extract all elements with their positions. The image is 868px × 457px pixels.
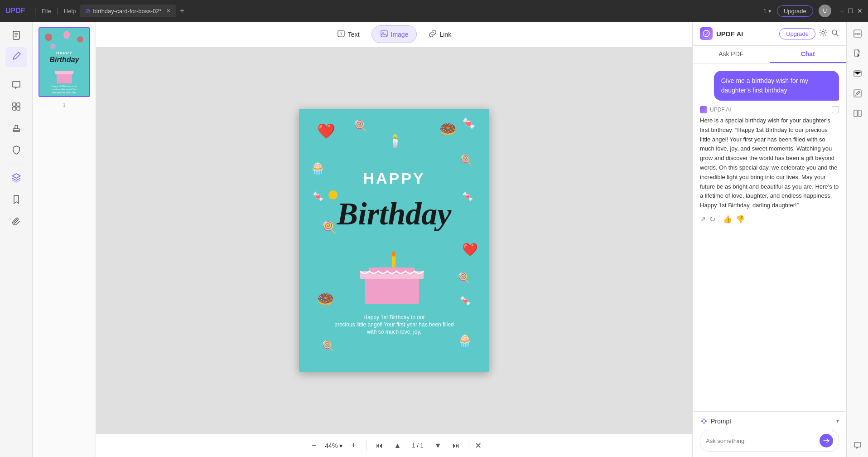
prompt-selector[interactable]: Prompt ▾ bbox=[700, 417, 839, 425]
first-page-button[interactable]: ⏮ bbox=[372, 438, 386, 453]
close-button[interactable]: ✕ bbox=[857, 7, 863, 15]
edit-toolbar: T Text Image Link bbox=[96, 22, 692, 47]
svg-rect-5 bbox=[17, 103, 20, 106]
ai-response-container: UPDF AI Here is a special birthday wish … bbox=[700, 106, 839, 224]
image-tool-button[interactable]: Image bbox=[371, 25, 417, 43]
page-nav: 1 ▾ bbox=[763, 8, 772, 15]
tab-bar: ⊘ birthday-card-for-boss-02* ✕ + bbox=[80, 5, 185, 17]
sidebar-item-layers[interactable] bbox=[5, 168, 27, 188]
close-bottom-button[interactable]: ✕ bbox=[475, 441, 482, 451]
prev-page-button[interactable]: ▲ bbox=[390, 438, 405, 453]
svg-text:HAPPY: HAPPY bbox=[56, 51, 72, 55]
thumbnail-panel: HAPPY Birthday Happy 1st Birthday to our… bbox=[33, 22, 96, 457]
ai-response-text: Here is a special birthday wish for your… bbox=[700, 116, 839, 210]
svg-text:🍩: 🍩 bbox=[317, 291, 334, 307]
link-tool-button[interactable]: Link bbox=[420, 26, 459, 43]
sidebar-item-attachment[interactable] bbox=[5, 211, 27, 231]
svg-rect-67 bbox=[854, 90, 861, 97]
zoom-in-button[interactable]: + bbox=[346, 438, 361, 453]
svg-text:Happy 1st Birthday to our: Happy 1st Birthday to our bbox=[51, 85, 77, 88]
mail-icon-btn[interactable] bbox=[849, 65, 866, 82]
svg-text:🍩: 🍩 bbox=[439, 121, 457, 137]
next-page-button[interactable]: ▼ bbox=[431, 438, 445, 453]
svg-text:🍭: 🍭 bbox=[322, 340, 334, 352]
main-area: HAPPY Birthday Happy 1st Birthday to our… bbox=[0, 22, 868, 457]
chat-icon-btn[interactable] bbox=[849, 437, 866, 453]
upgrade-button-top[interactable]: Upgrade bbox=[777, 5, 813, 17]
ai-upgrade-button[interactable]: Upgrade bbox=[779, 28, 815, 39]
svg-text:HAPPY: HAPPY bbox=[363, 170, 425, 187]
svg-text:🕯️: 🕯️ bbox=[387, 133, 403, 148]
dislike-button[interactable]: 👎 bbox=[736, 215, 745, 224]
export-icon-btn[interactable] bbox=[849, 45, 866, 62]
prompt-chevron-icon: ▾ bbox=[836, 418, 839, 424]
svg-rect-69 bbox=[858, 110, 861, 117]
file-menu[interactable]: File bbox=[42, 8, 51, 15]
ai-title: UPDF AI bbox=[716, 30, 743, 38]
svg-text:🧁: 🧁 bbox=[310, 161, 325, 175]
like-button[interactable]: 👍 bbox=[723, 215, 732, 224]
sidebar-item-pages[interactable] bbox=[5, 25, 27, 45]
top-bar-right: 1 ▾ Upgrade U − ☐ ✕ bbox=[763, 5, 863, 17]
last-page-button[interactable]: ⏭ bbox=[449, 438, 463, 453]
tab-icon: ⊘ bbox=[85, 7, 91, 15]
page-num: 1 bbox=[763, 8, 767, 15]
minimize-button[interactable]: − bbox=[840, 7, 844, 15]
page-thumbnail[interactable]: HAPPY Birthday Happy 1st Birthday to our… bbox=[39, 27, 90, 97]
sidebar-divider2 bbox=[7, 164, 25, 164]
restore-button[interactable]: ☐ bbox=[848, 7, 854, 15]
ask-input[interactable] bbox=[706, 438, 816, 444]
image-icon bbox=[380, 29, 388, 39]
svg-text:first year has been filled: first year has been filled bbox=[52, 91, 76, 94]
external-link-button[interactable]: ↗ bbox=[700, 215, 706, 224]
svg-point-51 bbox=[392, 251, 395, 257]
zoom-dropdown-button[interactable]: ▾ bbox=[339, 442, 342, 449]
svg-point-56 bbox=[822, 31, 825, 34]
zoom-level-display: 44% ▾ bbox=[325, 442, 342, 449]
action-separator bbox=[719, 215, 719, 223]
svg-point-62 bbox=[703, 422, 705, 424]
svg-point-14 bbox=[50, 44, 56, 49]
page-chevron[interactable]: ▾ bbox=[768, 8, 772, 15]
ocr-icon-btn[interactable]: OCR bbox=[849, 25, 866, 42]
sidebar-item-protect[interactable] bbox=[5, 140, 27, 160]
svg-text:🍬: 🍬 bbox=[462, 191, 473, 202]
compare-icon-btn[interactable] bbox=[849, 105, 866, 122]
active-tab[interactable]: ⊘ birthday-card-for-boss-02* ✕ bbox=[80, 5, 176, 17]
separator2: | bbox=[57, 7, 58, 15]
text-tool-button[interactable]: T Text bbox=[329, 26, 368, 43]
help-menu[interactable]: Help bbox=[64, 8, 76, 15]
sidebar-item-organize[interactable] bbox=[5, 97, 27, 117]
ai-response-label: UPDF AI bbox=[710, 107, 731, 113]
sign-icon-btn[interactable] bbox=[849, 85, 866, 102]
svg-text:precious little angel! Your fi: precious little angel! Your first year h… bbox=[334, 321, 454, 328]
sidebar-item-comment[interactable] bbox=[5, 75, 27, 95]
thumbnail-image: HAPPY Birthday Happy 1st Birthday to our… bbox=[39, 28, 89, 96]
svg-rect-17 bbox=[57, 73, 72, 83]
left-sidebar bbox=[0, 22, 33, 457]
refresh-button[interactable]: ↻ bbox=[709, 215, 715, 224]
sidebar-item-edit[interactable] bbox=[5, 47, 27, 67]
sidebar-item-bookmark[interactable] bbox=[5, 190, 27, 209]
tab-chat[interactable]: Chat bbox=[770, 46, 847, 63]
svg-rect-18 bbox=[55, 71, 73, 74]
user-avatar[interactable]: U bbox=[819, 5, 831, 17]
svg-point-12 bbox=[77, 36, 83, 43]
ai-search-button[interactable] bbox=[831, 29, 839, 39]
copy-checkbox[interactable] bbox=[832, 106, 839, 113]
tab-close-btn[interactable]: ✕ bbox=[166, 8, 171, 14]
sidebar-item-stamp[interactable] bbox=[5, 118, 27, 138]
send-button[interactable] bbox=[820, 434, 833, 447]
ai-chat-area: Give me a birthday wish for my daughter’… bbox=[693, 63, 846, 411]
link-label: Link bbox=[439, 31, 451, 38]
tab-ask-pdf[interactable]: Ask PDF bbox=[693, 46, 770, 63]
ai-settings-button[interactable] bbox=[819, 29, 827, 39]
svg-rect-8 bbox=[13, 129, 19, 131]
svg-text:🍬: 🍬 bbox=[313, 191, 324, 202]
canvas-area: ❤️ 🍭 🕯️ 🍩 🍬 🧁 🍬 🍭 bbox=[96, 47, 692, 433]
new-tab-button[interactable]: + bbox=[180, 6, 185, 16]
svg-text:T: T bbox=[340, 32, 342, 36]
svg-rect-4 bbox=[13, 103, 16, 106]
zoom-out-button[interactable]: − bbox=[307, 438, 321, 453]
far-right-panel: OCR bbox=[846, 22, 868, 457]
